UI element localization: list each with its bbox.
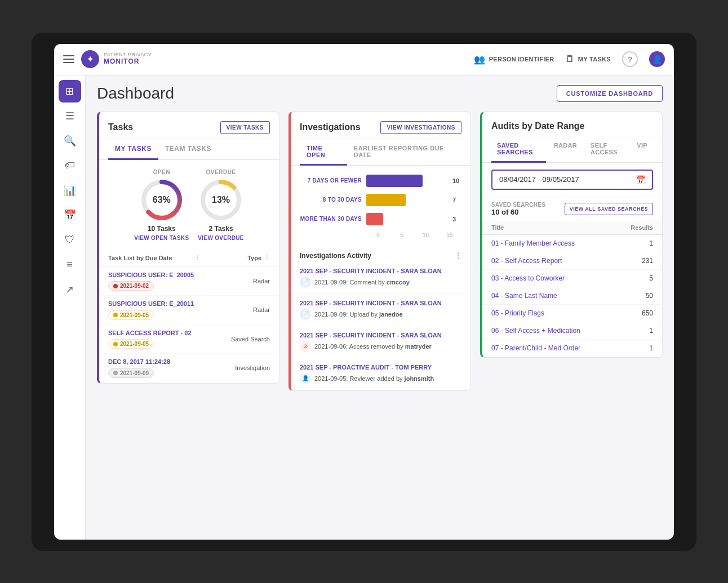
view-all-saved-searches-button[interactable]: VIEW ALL SAVED SEARCHES [565, 203, 653, 215]
activity-user: matryder [405, 343, 432, 350]
bar-value-1: 10 [452, 177, 461, 184]
bar-wrap-2: 7 [366, 194, 461, 206]
view-investigations-button[interactable]: VIEW INVESTIGATIONS [380, 121, 461, 134]
audit-result: 1 [613, 234, 662, 252]
bar-fill-2 [366, 194, 406, 206]
audits-tabs: SAVED SEARCHES RADAR SELF ACCESS VIP [482, 136, 662, 163]
logo-icon: ✦ [81, 50, 99, 68]
activity-user: cmccoy [387, 279, 410, 286]
table-row: 04 - Same Last Name 50 [482, 287, 662, 304]
dashboard-grid: Tasks VIEW TASKS MY TASKS TEAM TASKS OPE… [97, 112, 663, 391]
audits-panel: Audits by Date Range SAVED SEARCHES RADA… [480, 112, 663, 358]
task-date-badge: 2021-09-09 [108, 368, 154, 378]
tab-my-tasks[interactable]: MY TASKS [108, 139, 158, 160]
view-tasks-button[interactable]: VIEW TASKS [220, 121, 270, 134]
activity-header: Investigations Activity ⋮ [291, 247, 470, 262]
task-list-body: SUSPICIOUS USER: E_20005 2021-09-02 Rada… [99, 267, 279, 383]
audits-panel-header: Audits by Date Range [482, 112, 662, 136]
task-name[interactable]: SUSPICIOUS USER: E_20011 [108, 300, 214, 307]
sidebar-item-trending[interactable]: ↗ [59, 278, 81, 301]
task-type: Saved Search [214, 336, 270, 342]
task-name[interactable]: DEC 8, 2017 11:24:28 [108, 358, 214, 365]
audit-title[interactable]: 06 - Self Access + Medication [482, 322, 613, 339]
sidebar-item-calendar[interactable]: 📅 [59, 204, 81, 226]
investigations-tabs: TIME OPEN EARLIEST REPORTING DUE DATE [291, 139, 470, 166]
hamburger-menu[interactable] [63, 55, 74, 63]
audit-title[interactable]: 02 - Self Access Report [482, 252, 613, 269]
audits-table: Title Results 01 - Family Member Access … [482, 221, 662, 357]
bar-fill-1 [366, 175, 423, 187]
activity-dots[interactable]: ⋮ [455, 252, 461, 260]
audit-title[interactable]: 05 - Priority Flags [482, 304, 613, 322]
user-avatar[interactable]: 👤 [649, 51, 665, 67]
activity-item-title[interactable]: 2021 SEP - SECURITY INCIDENT - SARA SLOA… [300, 300, 461, 306]
overdue-pct-text: 13% [212, 195, 230, 205]
activity-item-title[interactable]: 2021 SEP - SECURITY INCIDENT - SARA SLOA… [300, 332, 461, 339]
activity-user: johnsmith [405, 375, 434, 382]
bar-track-3 [366, 213, 450, 225]
sidebar: ⊞ ☰ 🔍 🏷 📊 📅 🛡 ≡ ↗ [54, 75, 86, 540]
person-identifier-button[interactable]: 👥 PERSON IDENTIFIER [474, 54, 554, 65]
sidebar-item-dashboard[interactable]: ⊞ [59, 80, 81, 103]
activity-item-detail: 📄 2021-09-09: Comment by cmccoy [300, 277, 461, 288]
tab-vip[interactable]: VIP [631, 136, 653, 163]
bar-value-2: 7 [452, 197, 461, 203]
activity-item-detail: 👤 2021-09-05: Reviewer added by johnsmit… [300, 373, 461, 384]
audit-title[interactable]: 07 - Parent/Child - Med Order [482, 339, 613, 357]
sidebar-item-shield[interactable]: 🛡 [59, 229, 81, 251]
task-list-col-name: Task List by Due Date [108, 255, 194, 261]
view-overdue-link[interactable]: VIEW OVERDUE [198, 235, 243, 241]
activity-item-title[interactable]: 2021 SEP - PROACTIVE AUDIT - TOM PERRY [300, 364, 461, 371]
date-range-input[interactable]: 08/04/2017 - 09/05/2017 📅 [491, 170, 653, 190]
activity-date: 2021-09-09: Comment by cmccoy [314, 279, 410, 286]
tasks-tabs: MY TASKS TEAM TASKS [99, 139, 279, 160]
audits-saved-header: SAVED SEARCHES 10 of 60 VIEW ALL SAVED S… [482, 197, 662, 221]
bar-label-1: 7 DAYS OR FEWER [300, 177, 362, 184]
col-header-title: Title [482, 221, 613, 235]
audit-title[interactable]: 04 - Same Last Name [482, 287, 613, 304]
tasks-metrics: OPEN [99, 160, 279, 250]
overdue-gauge: 13% [198, 177, 243, 222]
tab-team-tasks[interactable]: TEAM TASKS [158, 139, 218, 160]
sidebar-item-tasks[interactable]: ☰ [59, 105, 81, 127]
table-row: 02 - Self Access Report 231 [482, 252, 662, 269]
sidebar-item-tag[interactable]: 🏷 [59, 154, 81, 177]
task-list-dots[interactable]: ⋮ [194, 255, 201, 262]
saved-searches-label: SAVED SEARCHES [491, 202, 545, 208]
axis-5: 5 [390, 232, 414, 238]
bar-wrap-3: 3 [366, 213, 461, 225]
task-name[interactable]: SELF ACCESS REPORT - 02 [108, 330, 214, 336]
table-row: DEC 8, 2017 11:24:28 2021-09-09 Investig… [99, 354, 279, 383]
my-tasks-button[interactable]: 🗒 MY TASKS [565, 54, 611, 64]
audit-result: 231 [613, 252, 662, 269]
task-row-left: SELF ACCESS REPORT - 02 2021-09-05 [108, 330, 214, 349]
sidebar-item-list[interactable]: ≡ [59, 253, 81, 276]
customize-dashboard-button[interactable]: CUSTOMIZE DASHBOARD [557, 85, 663, 102]
tab-saved-searches[interactable]: SAVED SEARCHES [491, 136, 546, 163]
task-date-badge: 2021-09-05 [108, 310, 154, 320]
axis-15: 15 [438, 232, 461, 238]
audit-title[interactable]: 03 - Access to Coworker [482, 269, 613, 287]
investigations-panel-header: Investigations VIEW INVESTIGATIONS [291, 112, 470, 139]
task-name[interactable]: SUSPICIOUS USER: E_20005 [108, 272, 214, 278]
sidebar-item-chart[interactable]: 📊 [59, 179, 81, 202]
tab-self-access[interactable]: SELF ACCESS [585, 136, 629, 163]
task-row-left: DEC 8, 2017 11:24:28 2021-09-09 [108, 358, 214, 378]
tab-earliest-reporting[interactable]: EARLIEST REPORTING DUE DATE [347, 139, 461, 166]
top-navigation: ✦ PATIENT PRIVACY MONITOR 👥 PERSON IDENT… [54, 44, 674, 75]
audit-result: 5 [613, 269, 662, 287]
view-open-tasks-link[interactable]: VIEW OPEN TASKS [134, 235, 189, 241]
date-range-value: 08/04/2017 - 09/05/2017 [499, 175, 579, 184]
table-row: SUSPICIOUS USER: E_20005 2021-09-02 Rada… [99, 267, 279, 296]
activity-date: 2021-09-05: Reviewer added by johnsmith [314, 375, 434, 382]
tab-time-open[interactable]: TIME OPEN [300, 139, 347, 166]
bar-row: 8 TO 30 DAYS 7 [300, 194, 461, 206]
task-type-dots[interactable]: ⋮ [264, 255, 270, 262]
activity-item-title[interactable]: 2021 SEP - SECURITY INCIDENT - SARA SLOA… [300, 268, 461, 274]
list-item: 2021 SEP - SECURITY INCIDENT - SARA SLOA… [291, 262, 470, 294]
sidebar-item-search[interactable]: 🔍 [59, 130, 81, 152]
tab-radar[interactable]: RADAR [548, 136, 583, 163]
help-button[interactable]: ? [622, 51, 638, 67]
audit-title[interactable]: 01 - Family Member Access [482, 234, 613, 252]
overdue-metric: OVERDUE 13% 2 Tasks VIEW OVERDUE [198, 169, 243, 241]
